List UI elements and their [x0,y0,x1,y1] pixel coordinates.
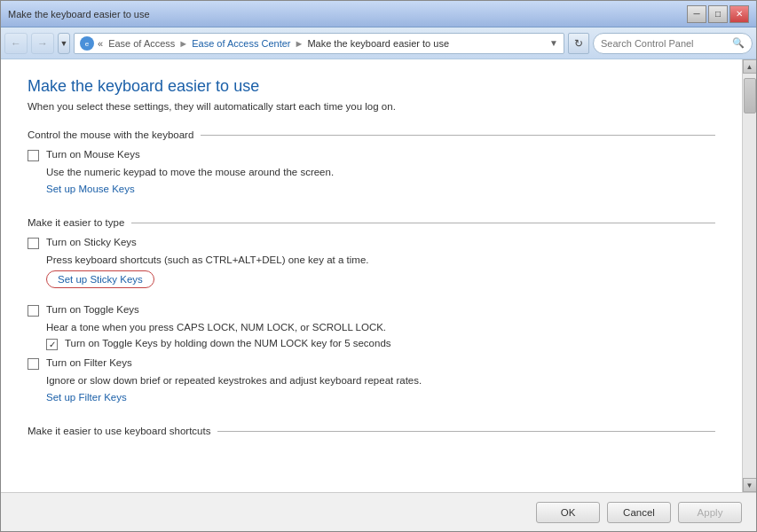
shortcuts-section-line [217,431,715,432]
breadcrumb-3: Make the keyboard easier to use [307,38,449,49]
recent-pages-button[interactable]: ▼ [58,33,70,54]
toggle-keys-row: Turn on Toggle Keys [28,304,715,317]
title-bar: Make the keyboard easier to use ─ □ ✕ [1,1,756,27]
sticky-keys-checkbox[interactable] [28,238,39,249]
filter-keys-desc: Ignore or slow down brief or repeated ke… [28,375,715,386]
scroll-up-button[interactable]: ▲ [743,59,757,74]
cancel-button[interactable]: Cancel [607,502,671,523]
svg-text:e: e [85,40,90,48]
mouse-section-header: Control the mouse with the keyboard [28,129,715,140]
address-bar[interactable]: e « Ease of Access ► Ease of Access Cent… [74,33,564,54]
search-icon: 🔍 [732,37,745,49]
scroll-track[interactable] [743,74,757,478]
sticky-keys-label: Turn on Sticky Keys [46,237,137,247]
scroll-thumb[interactable] [744,78,756,113]
content-area: Make the keyboard easier to use When you… [1,59,756,492]
search-input[interactable] [601,38,729,49]
title-bar-controls: ─ □ ✕ [687,5,749,23]
filter-keys-checkbox[interactable] [28,358,39,370]
toggle-keys-sub-label: Turn on Toggle Keys by holding down the … [65,338,391,348]
shortcuts-section-header: Make it easier to use keyboard shortcuts [28,426,715,436]
filter-keys-row: Turn on Filter Keys [28,357,715,370]
mouse-keys-checkbox[interactable] [28,150,39,161]
ok-button[interactable]: OK [536,502,600,523]
breadcrumb-sep-2: ► [295,38,304,49]
mouse-keys-label: Turn on Mouse Keys [46,149,140,160]
scroll-down-button[interactable]: ▼ [743,478,757,492]
sticky-keys-desc: Press keyboard shortcuts (such as CTRL+A… [28,254,715,265]
apply-button[interactable]: Apply [678,502,742,523]
forward-button[interactable]: → [31,33,54,54]
mouse-section-title: Control the mouse with the keyboard [28,129,201,140]
page-title: Make the keyboard easier to use [28,77,715,96]
setup-filter-keys-link[interactable]: Set up Filter Keys [28,392,127,403]
setup-sticky-keys-link[interactable]: Set up Sticky Keys [46,270,154,288]
toggle-keys-desc: Hear a tone when you press CAPS LOCK, NU… [28,322,715,332]
toggle-keys-checkbox[interactable] [28,305,39,317]
mouse-keys-row: Turn on Mouse Keys [28,149,715,161]
address-text: « Ease of Access ► Ease of Access Center… [98,38,449,49]
filter-keys-label: Turn on Filter Keys [46,357,132,368]
sticky-keys-row: Turn on Sticky Keys [28,237,715,249]
main-content: Make the keyboard easier to use When you… [1,59,742,492]
breadcrumb-sep-1: ► [178,38,188,49]
breadcrumb-1[interactable]: Ease of Access [108,38,175,49]
scrollbar: ▲ ▼ [742,59,756,492]
type-section-header: Make it easier to type [28,217,715,228]
address-icon: e [80,36,94,51]
close-button[interactable]: ✕ [729,5,749,23]
back-button[interactable]: ← [4,33,28,54]
toggle-keys-sub-checkbox[interactable]: ✓ [46,339,58,350]
breadcrumb-prefix: « [98,38,103,49]
type-section-title: Make it easier to type [28,217,131,228]
address-dropdown-icon[interactable]: ▼ [549,38,558,48]
maximize-button[interactable]: □ [708,5,728,23]
type-section-line [131,223,715,223]
shortcuts-section-title: Make it easier to use keyboard shortcuts [28,426,217,436]
toolbar: ← → ▼ e « Ease of Access ► Ease of Acces… [1,27,756,59]
breadcrumb-2[interactable]: Ease of Access Center [192,38,290,49]
mouse-section-line [201,135,715,136]
minimize-button[interactable]: ─ [687,5,706,23]
toggle-keys-label: Turn on Toggle Keys [46,304,139,315]
mouse-keys-desc: Use the numeric keypad to move the mouse… [28,167,715,177]
main-window: Make the keyboard easier to use ─ □ ✕ ← … [0,0,757,532]
shortcuts-section: Make it easier to use keyboard shortcuts [28,426,715,436]
type-section: Make it easier to type Turn on Sticky Ke… [28,217,715,411]
window-title: Make the keyboard easier to use [8,9,150,20]
refresh-button[interactable]: ↻ [568,33,589,54]
mouse-section: Control the mouse with the keyboard Turn… [28,129,715,203]
toggle-keys-sub-row: ✓ Turn on Toggle Keys by holding down th… [28,338,715,350]
search-bar: 🔍 [593,33,753,54]
setup-mouse-keys-link[interactable]: Set up Mouse Keys [28,184,135,194]
bottom-bar: OK Cancel Apply [1,492,756,531]
page-subtitle: When you select these settings, they wil… [28,101,715,112]
